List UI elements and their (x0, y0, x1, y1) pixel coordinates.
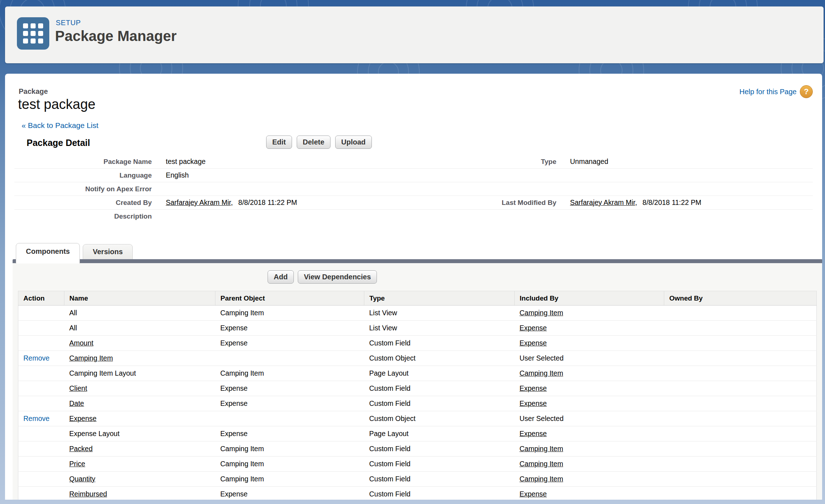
cell-owned-by (664, 457, 817, 472)
field-label: Package Name (14, 158, 152, 166)
cell-name: Quantity (64, 472, 215, 487)
included-by-link[interactable]: Expense (520, 430, 547, 437)
field-value: English (152, 171, 434, 179)
cell-owned-by (664, 411, 817, 426)
included-by-link[interactable]: Expense (520, 324, 547, 332)
cell-name: Amount (64, 336, 215, 351)
cell-action (18, 441, 64, 457)
component-link[interactable]: Reimbursed (69, 490, 107, 498)
package-manager-app-icon (17, 17, 49, 50)
component-link[interactable]: Client (69, 384, 87, 392)
component-link[interactable]: Price (69, 460, 85, 468)
field-value: Sarfarajey Akram Mir, 8/8/2018 11:22 PM (556, 198, 813, 207)
cell-action (18, 426, 64, 441)
cell-name: Packed (64, 441, 215, 457)
tab-versions[interactable]: Versions (83, 244, 133, 259)
table-row: PackedCamping ItemCustom FieldCamping It… (18, 441, 817, 457)
cell-parent-object (215, 411, 364, 426)
included-by-link[interactable]: Camping Item (520, 445, 563, 453)
cell-included-by: Expense (515, 396, 664, 411)
included-by-link[interactable]: Camping Item (520, 369, 563, 377)
help-row: Help for this Page ? (739, 85, 813, 98)
included-by-link[interactable]: Camping Item (520, 309, 563, 317)
delete-button[interactable]: Delete (297, 136, 331, 149)
tab-components[interactable]: Components (16, 243, 80, 264)
component-link[interactable]: Packed (69, 445, 93, 453)
detail-row: Created BySarfarajey Akram Mir, 8/8/2018… (14, 196, 813, 210)
table-row: RemoveCamping ItemCustom ObjectUser Sele… (18, 351, 817, 366)
view-dependencies-button[interactable]: View Dependencies (298, 270, 377, 284)
component-link[interactable]: Date (69, 399, 84, 407)
cell-action (18, 321, 64, 336)
help-for-this-page-link[interactable]: Help for this Page (739, 88, 797, 96)
field-label: Type (434, 158, 556, 166)
table-row: Camping Item LayoutCamping ItemPage Layo… (18, 366, 817, 381)
cell-type: Custom Field (364, 396, 515, 411)
cell-parent-object: Camping Item (215, 472, 364, 487)
cell-name: Reimbursed (64, 487, 215, 500)
package-detail-heading: Package Detail (27, 138, 90, 148)
page-title: Package Manager (55, 28, 177, 44)
field-label: Last Modified By (434, 199, 556, 207)
component-link[interactable]: Quantity (69, 475, 96, 483)
table-row: ClientExpenseCustom FieldExpense (18, 381, 817, 396)
included-by-link[interactable]: Camping Item (520, 475, 563, 483)
back-to-package-list-link[interactable]: « Back to Package List (22, 121, 99, 130)
column-header-owned-by: Owned By (664, 291, 817, 306)
user-link[interactable]: Sarfarajey Akram Mir (570, 198, 635, 206)
cell-name: Camping Item Layout (64, 366, 215, 381)
cell-name: All (64, 306, 215, 321)
cell-type: List View (364, 306, 515, 321)
upload-button[interactable]: Upload (335, 136, 372, 149)
cell-included-by: Expense (515, 426, 664, 441)
cell-action (18, 457, 64, 472)
cell-type: Page Layout (364, 366, 515, 381)
cell-parent-object (215, 351, 364, 366)
detail-row: LanguageEnglish (14, 169, 813, 182)
cell-parent-object: Expense (215, 321, 364, 336)
entity-type-label: Package (19, 87, 48, 96)
package-detail-fields: Package Nametest packageTypeUnmanagedLan… (14, 155, 813, 223)
cell-name: Expense Layout (64, 426, 215, 441)
table-row: AmountExpenseCustom FieldExpense (18, 336, 817, 351)
cell-owned-by (664, 366, 817, 381)
cell-owned-by (664, 306, 817, 321)
cell-parent-object: Expense (215, 426, 364, 441)
cell-action (18, 487, 64, 500)
cell-included-by: User Selected (515, 351, 664, 366)
remove-link[interactable]: Remove (23, 414, 50, 422)
component-link[interactable]: Amount (69, 339, 94, 347)
cell-type: Custom Object (364, 411, 515, 426)
column-header-name: Name (64, 291, 215, 306)
package-detail-page: Help for this Page ? Package test packag… (5, 74, 822, 500)
included-by-link[interactable]: Expense (520, 384, 547, 392)
field-label: Created By (14, 199, 152, 207)
user-link[interactable]: Sarfarajey Akram Mir (166, 198, 231, 206)
components-toolbar: AddView Dependencies (268, 270, 377, 284)
cell-type: Custom Field (364, 457, 515, 472)
component-link[interactable]: Camping Item (69, 354, 113, 362)
component-link[interactable]: Expense (69, 414, 97, 422)
cell-owned-by (664, 441, 817, 457)
table-row: QuantityCamping ItemCustom FieldCamping … (18, 472, 817, 487)
remove-link[interactable]: Remove (23, 354, 50, 362)
cell-action (18, 336, 64, 351)
column-header-parent-object: Parent Object (215, 291, 364, 306)
detail-row: Package Nametest packageTypeUnmanaged (14, 155, 813, 169)
add-button[interactable]: Add (268, 270, 294, 284)
included-by-link[interactable]: Expense (520, 399, 547, 407)
tab-panel-top-bar (13, 259, 822, 263)
included-by-link[interactable]: Expense (520, 339, 547, 347)
included-by-link[interactable]: Camping Item (520, 460, 563, 468)
cell-included-by: User Selected (515, 411, 664, 426)
cell-action (18, 472, 64, 487)
included-by-link[interactable]: Expense (520, 490, 547, 498)
cell-parent-object: Camping Item (215, 457, 364, 472)
cell-type: Custom Field (364, 441, 515, 457)
detail-button-group: EditDeleteUpload (266, 136, 372, 149)
setup-eyebrow: SETUP (56, 19, 81, 27)
help-question-icon[interactable]: ? (800, 85, 813, 98)
grid-icon (23, 23, 43, 43)
edit-button[interactable]: Edit (266, 136, 292, 149)
package-name-title: test package (18, 97, 95, 112)
